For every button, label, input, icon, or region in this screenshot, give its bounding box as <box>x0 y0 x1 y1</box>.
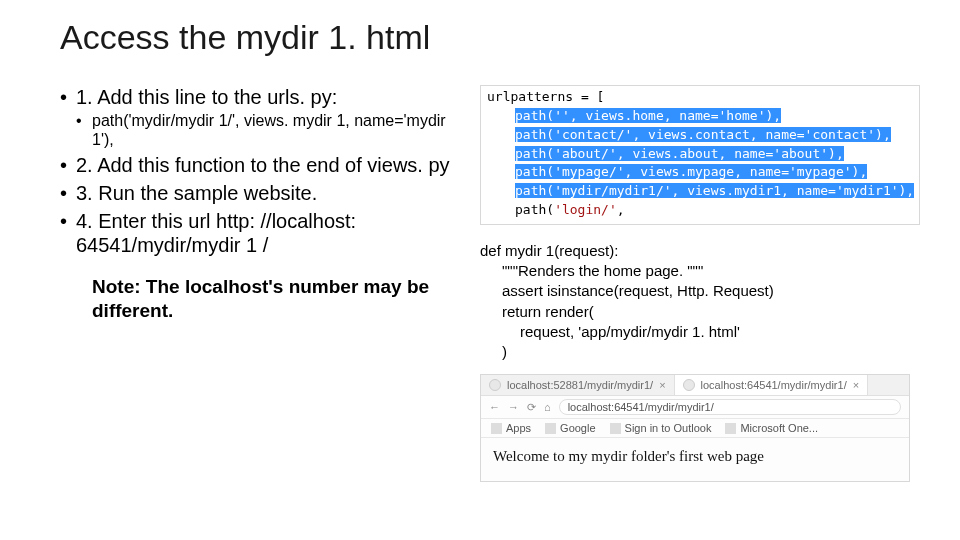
bullet-2: 2. Add this function to the end of views… <box>60 153 460 177</box>
home-icon[interactable]: ⌂ <box>544 401 551 414</box>
fn-line-2: assert isinstance(request, Http. Request… <box>480 281 920 301</box>
browser-tab-2[interactable]: localhost:64541/mydir/mydir1/ × <box>675 375 869 395</box>
left-column: 1. Add this line to the urls. py: path('… <box>60 85 460 482</box>
browser-window: localhost:52881/mydir/mydir1/ × localhos… <box>480 374 910 482</box>
bookmark-apps[interactable]: Apps <box>491 422 531 434</box>
code-function: def mydir 1(request): """Renders the hom… <box>480 241 920 363</box>
forward-icon[interactable]: → <box>508 401 519 414</box>
bullet-1a: path('mydir/mydir 1/', views. mydir 1, n… <box>76 111 460 149</box>
browser-tabstrip: localhost:52881/mydir/mydir1/ × localhos… <box>481 375 909 396</box>
code-line-1: path('contact/', views.contact, name='co… <box>487 126 915 145</box>
bookmark-outlook[interactable]: Sign in to Outlook <box>610 422 712 434</box>
outlook-icon <box>610 423 621 434</box>
fn-line-5: ) <box>480 342 920 362</box>
back-icon[interactable]: ← <box>489 401 500 414</box>
bullet-1: 1. Add this line to the urls. py: path('… <box>60 85 460 149</box>
code-line-4: path('mydir/mydir1/', views.mydir1, name… <box>487 182 915 201</box>
code-header: urlpatterns = [ <box>487 88 915 107</box>
reload-icon[interactable]: ⟳ <box>527 401 536 414</box>
fn-line-1: """Renders the home page. """ <box>480 261 920 281</box>
page-heading: Welcome to my mydir folder's first web p… <box>493 448 764 464</box>
bullet-3: 3. Run the sample website. <box>60 181 460 205</box>
apps-icon <box>491 423 502 434</box>
globe-icon <box>683 379 695 391</box>
bullet-4: 4. Enter this url http: //localhost: 645… <box>60 209 460 257</box>
code-line-2: path('about/', views.about, name='about'… <box>487 145 915 164</box>
bookmark-msone[interactable]: Microsoft One... <box>725 422 818 434</box>
fn-line-3: return render( <box>480 302 920 322</box>
bookmark-bar: Apps Google Sign in to Outlook Microsoft… <box>481 419 909 438</box>
microsoft-icon <box>725 423 736 434</box>
page-content: Welcome to my mydir folder's first web p… <box>481 438 909 481</box>
bookmark-google[interactable]: Google <box>545 422 595 434</box>
globe-icon <box>489 379 501 391</box>
code-line-0: path('', views.home, name='home'), <box>487 107 915 126</box>
google-icon <box>545 423 556 434</box>
code-line-5: path('login/', <box>487 201 915 220</box>
code-urlpatterns: urlpatterns = [ path('', views.home, nam… <box>480 85 920 225</box>
tab-1-label: localhost:52881/mydir/mydir1/ <box>507 379 653 391</box>
tab-2-label: localhost:64541/mydir/mydir1/ <box>701 379 847 391</box>
right-column: urlpatterns = [ path('', views.home, nam… <box>480 85 920 482</box>
address-bar[interactable]: localhost:64541/mydir/mydir1/ <box>559 399 901 415</box>
close-icon[interactable]: × <box>853 379 859 391</box>
note-text: Note: The localhost's number may be diff… <box>92 275 460 323</box>
slide-title: Access the mydir 1. html <box>60 18 920 57</box>
browser-navbar: ← → ⟳ ⌂ localhost:64541/mydir/mydir1/ <box>481 396 909 419</box>
browser-tab-1[interactable]: localhost:52881/mydir/mydir1/ × <box>481 375 675 395</box>
close-icon[interactable]: × <box>659 379 665 391</box>
fn-line-0: def mydir 1(request): <box>480 241 920 261</box>
bullet-1-text: 1. Add this line to the urls. py: <box>76 86 337 108</box>
code-line-3: path('mypage/', views.mypage, name='mypa… <box>487 163 915 182</box>
fn-line-4: request, 'app/mydir/mydir 1. html' <box>480 322 920 342</box>
